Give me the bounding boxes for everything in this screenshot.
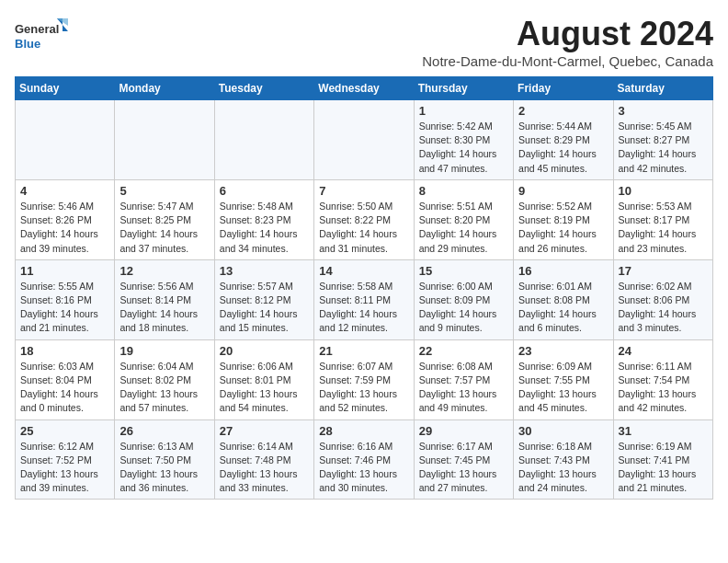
cell-info: Sunrise: 5:48 AM Sunset: 8:23 PM Dayligh… — [220, 200, 309, 256]
calendar-cell: 17Sunrise: 6:02 AM Sunset: 8:06 PM Dayli… — [613, 259, 712, 339]
calendar-cell: 20Sunrise: 6:06 AM Sunset: 8:01 PM Dayli… — [214, 339, 313, 419]
day-number: 23 — [518, 344, 608, 358]
calendar-cell: 10Sunrise: 5:53 AM Sunset: 8:17 PM Dayli… — [613, 179, 712, 259]
day-number: 8 — [419, 184, 508, 198]
calendar-cell: 3Sunrise: 5:45 AM Sunset: 8:27 PM Daylig… — [613, 100, 712, 180]
calendar-cell: 23Sunrise: 6:09 AM Sunset: 7:55 PM Dayli… — [514, 339, 613, 419]
day-number: 30 — [518, 424, 608, 438]
cell-info: Sunrise: 5:47 AM Sunset: 8:25 PM Dayligh… — [119, 200, 209, 256]
calendar-cell — [214, 100, 313, 180]
day-number: 22 — [419, 344, 508, 358]
day-number: 10 — [619, 184, 708, 198]
cell-info: Sunrise: 5:58 AM Sunset: 8:11 PM Dayligh… — [319, 280, 408, 336]
day-number: 31 — [619, 424, 708, 438]
col-header-monday: Monday — [115, 77, 214, 100]
calendar-cell: 31Sunrise: 6:19 AM Sunset: 7:41 PM Dayli… — [613, 419, 712, 500]
cell-info: Sunrise: 5:55 AM Sunset: 8:16 PM Dayligh… — [20, 280, 109, 336]
col-header-saturday: Saturday — [613, 77, 712, 100]
cell-info: Sunrise: 6:16 AM Sunset: 7:46 PM Dayligh… — [319, 440, 408, 496]
day-number: 28 — [319, 424, 408, 438]
day-number: 6 — [220, 184, 309, 198]
calendar-cell: 19Sunrise: 6:04 AM Sunset: 8:02 PM Dayli… — [115, 339, 214, 419]
day-number: 17 — [619, 264, 708, 278]
page-subtitle: Notre-Dame-du-Mont-Carmel, Quebec, Canad… — [422, 53, 713, 69]
cell-info: Sunrise: 5:45 AM Sunset: 8:27 PM Dayligh… — [619, 120, 708, 176]
day-number: 12 — [119, 264, 209, 278]
cell-info: Sunrise: 6:06 AM Sunset: 8:01 PM Dayligh… — [220, 360, 309, 416]
cell-info: Sunrise: 6:13 AM Sunset: 7:50 PM Dayligh… — [119, 440, 209, 496]
calendar-cell: 6Sunrise: 5:48 AM Sunset: 8:23 PM Daylig… — [214, 179, 313, 259]
logo: General Blue — [15, 15, 70, 59]
day-number: 21 — [319, 344, 408, 358]
day-number: 3 — [619, 104, 708, 118]
col-header-friday: Friday — [514, 77, 613, 100]
day-number: 24 — [619, 344, 708, 358]
page-header: General Blue August 2024 Notre-Dame-du-M… — [15, 15, 713, 69]
cell-info: Sunrise: 6:12 AM Sunset: 7:52 PM Dayligh… — [20, 440, 109, 496]
calendar-cell: 8Sunrise: 5:51 AM Sunset: 8:20 PM Daylig… — [414, 179, 513, 259]
calendar-cell: 28Sunrise: 6:16 AM Sunset: 7:46 PM Dayli… — [314, 419, 414, 500]
day-number: 27 — [220, 424, 309, 438]
calendar-cell — [115, 100, 214, 180]
calendar-cell: 27Sunrise: 6:14 AM Sunset: 7:48 PM Dayli… — [214, 419, 313, 500]
calendar-cell: 22Sunrise: 6:08 AM Sunset: 7:57 PM Dayli… — [414, 339, 513, 419]
day-number: 5 — [119, 184, 209, 198]
cell-info: Sunrise: 6:19 AM Sunset: 7:41 PM Dayligh… — [619, 440, 708, 496]
cell-info: Sunrise: 6:00 AM Sunset: 8:09 PM Dayligh… — [419, 280, 508, 336]
calendar-cell: 13Sunrise: 5:57 AM Sunset: 8:12 PM Dayli… — [214, 259, 313, 339]
calendar-cell: 14Sunrise: 5:58 AM Sunset: 8:11 PM Dayli… — [314, 259, 414, 339]
calendar-week-2: 4Sunrise: 5:46 AM Sunset: 8:26 PM Daylig… — [16, 179, 713, 259]
cell-info: Sunrise: 6:11 AM Sunset: 7:54 PM Dayligh… — [619, 360, 708, 416]
cell-info: Sunrise: 6:02 AM Sunset: 8:06 PM Dayligh… — [619, 280, 708, 336]
cell-info: Sunrise: 6:17 AM Sunset: 7:45 PM Dayligh… — [419, 440, 508, 496]
cell-info: Sunrise: 5:52 AM Sunset: 8:19 PM Dayligh… — [518, 200, 608, 256]
calendar-header: SundayMondayTuesdayWednesdayThursdayFrid… — [16, 77, 713, 100]
day-number: 1 — [419, 104, 508, 118]
calendar-cell: 2Sunrise: 5:44 AM Sunset: 8:29 PM Daylig… — [514, 100, 613, 180]
cell-info: Sunrise: 5:56 AM Sunset: 8:14 PM Dayligh… — [119, 280, 209, 336]
cell-info: Sunrise: 6:04 AM Sunset: 8:02 PM Dayligh… — [119, 360, 209, 416]
page-title: August 2024 — [422, 15, 713, 53]
day-number: 9 — [518, 184, 608, 198]
day-number: 14 — [319, 264, 408, 278]
day-number: 29 — [419, 424, 508, 438]
cell-info: Sunrise: 6:03 AM Sunset: 8:04 PM Dayligh… — [20, 360, 109, 416]
cell-info: Sunrise: 5:44 AM Sunset: 8:29 PM Dayligh… — [518, 120, 608, 176]
day-number: 13 — [220, 264, 309, 278]
cell-info: Sunrise: 5:50 AM Sunset: 8:22 PM Dayligh… — [319, 200, 408, 256]
cell-info: Sunrise: 6:08 AM Sunset: 7:57 PM Dayligh… — [419, 360, 508, 416]
cell-info: Sunrise: 5:51 AM Sunset: 8:20 PM Dayligh… — [419, 200, 508, 256]
calendar-body: 1Sunrise: 5:42 AM Sunset: 8:30 PM Daylig… — [16, 100, 713, 500]
cell-info: Sunrise: 5:42 AM Sunset: 8:30 PM Dayligh… — [419, 120, 508, 176]
day-number: 15 — [419, 264, 508, 278]
calendar-week-4: 18Sunrise: 6:03 AM Sunset: 8:04 PM Dayli… — [16, 339, 713, 419]
col-header-sunday: Sunday — [16, 77, 115, 100]
col-header-thursday: Thursday — [414, 77, 513, 100]
calendar-cell: 4Sunrise: 5:46 AM Sunset: 8:26 PM Daylig… — [16, 179, 115, 259]
calendar-cell: 29Sunrise: 6:17 AM Sunset: 7:45 PM Dayli… — [414, 419, 513, 500]
cell-info: Sunrise: 5:57 AM Sunset: 8:12 PM Dayligh… — [220, 280, 309, 336]
calendar-table: SundayMondayTuesdayWednesdayThursdayFrid… — [15, 76, 713, 500]
calendar-week-3: 11Sunrise: 5:55 AM Sunset: 8:16 PM Dayli… — [16, 259, 713, 339]
calendar-cell: 18Sunrise: 6:03 AM Sunset: 8:04 PM Dayli… — [16, 339, 115, 419]
day-number: 2 — [518, 104, 608, 118]
day-number: 18 — [20, 344, 109, 358]
logo-svg: General Blue — [15, 15, 70, 59]
day-number: 4 — [20, 184, 109, 198]
calendar-cell — [16, 100, 115, 180]
calendar-cell: 15Sunrise: 6:00 AM Sunset: 8:09 PM Dayli… — [414, 259, 513, 339]
calendar-cell: 21Sunrise: 6:07 AM Sunset: 7:59 PM Dayli… — [314, 339, 414, 419]
calendar-week-5: 25Sunrise: 6:12 AM Sunset: 7:52 PM Dayli… — [16, 419, 713, 500]
calendar-cell: 9Sunrise: 5:52 AM Sunset: 8:19 PM Daylig… — [514, 179, 613, 259]
day-number: 19 — [119, 344, 209, 358]
cell-info: Sunrise: 5:46 AM Sunset: 8:26 PM Dayligh… — [20, 200, 109, 256]
calendar-week-1: 1Sunrise: 5:42 AM Sunset: 8:30 PM Daylig… — [16, 100, 713, 180]
calendar-cell: 25Sunrise: 6:12 AM Sunset: 7:52 PM Dayli… — [16, 419, 115, 500]
day-number: 25 — [20, 424, 109, 438]
calendar-cell: 11Sunrise: 5:55 AM Sunset: 8:16 PM Dayli… — [16, 259, 115, 339]
svg-text:General: General — [15, 22, 59, 36]
day-number: 11 — [20, 264, 109, 278]
calendar-cell: 30Sunrise: 6:18 AM Sunset: 7:43 PM Dayli… — [514, 419, 613, 500]
calendar-cell: 24Sunrise: 6:11 AM Sunset: 7:54 PM Dayli… — [613, 339, 712, 419]
cell-info: Sunrise: 6:14 AM Sunset: 7:48 PM Dayligh… — [220, 440, 309, 496]
